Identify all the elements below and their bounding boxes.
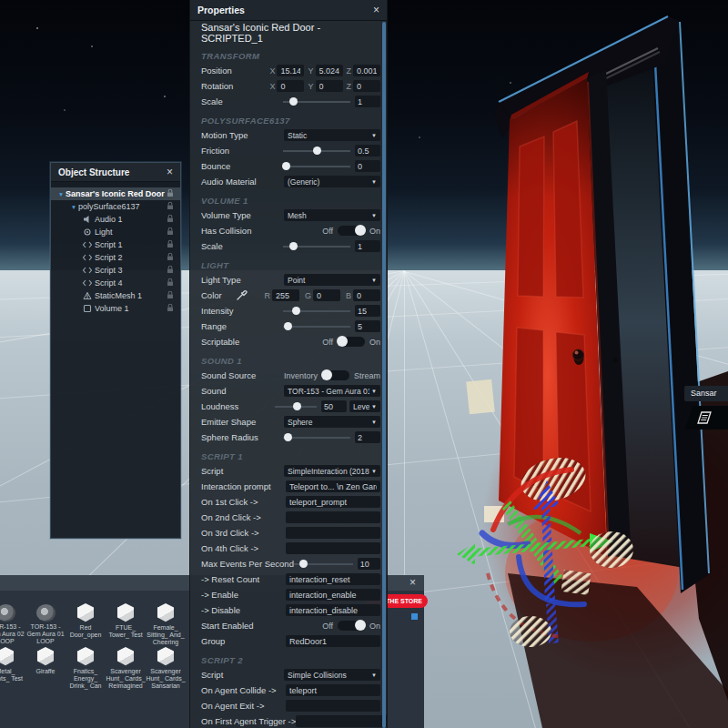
sansar-editor: Sansar × THE STORE TOR-153 - Gem Aura 02… (0, 0, 728, 728)
properties-panel: Properties × Sansar's Iconic Red Door - … (189, 0, 388, 728)
script1-dropdown[interactable]: SimpleInteraction (2018-10...▼ (284, 465, 380, 477)
volume-scale-value[interactable]: 1 (355, 240, 380, 252)
loudness-unit-dropdown[interactable]: Level▼ (349, 400, 380, 412)
color-g-field[interactable] (313, 289, 340, 301)
friction-slider[interactable] (283, 145, 350, 157)
inventory-item[interactable]: TOR-153 - Gem Aura 02 LOOP (0, 602, 25, 646)
properties-scrollbar[interactable] (382, 22, 386, 728)
audio-material-dropdown[interactable]: (Generic)▼ (284, 176, 380, 187)
inventory-close-icon[interactable]: × (410, 577, 416, 588)
inventory-item[interactable]: Red Door_open (66, 602, 106, 646)
inventory-item[interactable]: Female_ Sitting_ And_ Cheering (146, 602, 186, 646)
inventory-item[interactable]: Scavenger Hunt_ Cards_ Reimagined (106, 646, 146, 690)
scale-value[interactable]: 1 (355, 96, 380, 107)
tree-item[interactable]: Script 1 (51, 238, 180, 251)
color-r-field[interactable] (272, 289, 299, 301)
sphere-radius-slider[interactable] (283, 431, 350, 443)
max-events-slider[interactable] (294, 558, 353, 570)
sound-dropdown[interactable]: TOR-153 - Gem Aura 01 LOOP▼ (284, 385, 380, 397)
position-z-field[interactable] (353, 65, 380, 76)
tree-item-root[interactable]: ▼ Sansar's Iconic Red Door - SCR... (51, 187, 180, 200)
on-2nd-click-field[interactable] (286, 511, 380, 523)
volume-scale-slider[interactable] (283, 240, 350, 252)
tree-item[interactable]: Audio 1 (51, 213, 180, 226)
lock-icon[interactable] (166, 201, 175, 212)
inventory-item[interactable]: Fnatics_ Energy_ Drink_ Can (66, 646, 106, 690)
close-icon[interactable]: × (167, 167, 173, 177)
on-agent-exit-field[interactable] (286, 700, 380, 712)
tree-item[interactable]: Script 2 (51, 251, 180, 264)
object-structure-titlebar[interactable]: Object Structure × (51, 163, 180, 182)
row-scriptable: Scriptable Off On (190, 334, 387, 349)
script2-dropdown[interactable]: Simple Collisions▼ (284, 669, 380, 681)
inventory-item[interactable]: Scavenger Hunt_ Cards_ Sansarian (146, 646, 186, 690)
bounce-value[interactable]: 0 (355, 160, 380, 172)
loudness-value[interactable]: 50 (321, 400, 347, 412)
emitter-shape-dropdown[interactable]: Sphere▼ (284, 416, 380, 428)
scale-slider[interactable] (283, 96, 350, 107)
tree-item[interactable]: StaticMesh 1 (51, 289, 180, 302)
inventory-item[interactable]: TOR-153 - Gem Aura 01 LOOP (25, 602, 66, 646)
chevron-down-icon[interactable]: ▼ (56, 191, 66, 197)
max-events-value[interactable]: 10 (358, 558, 380, 570)
sound-source-toggle[interactable] (322, 370, 349, 380)
intensity-slider[interactable] (283, 305, 350, 317)
properties-titlebar[interactable]: Properties × (190, 0, 387, 21)
row-sphere-radius: Sphere Radius 2 (190, 430, 387, 445)
tree-item[interactable]: ▼ polySurface6137 (51, 200, 180, 213)
friction-value[interactable]: 0.5 (355, 145, 380, 157)
lock-icon[interactable] (166, 239, 175, 250)
lock-icon[interactable] (166, 188, 175, 199)
motion-type-dropdown[interactable]: Static▼ (284, 129, 380, 141)
start-enabled-toggle[interactable] (338, 621, 365, 631)
on-3rd-click-field[interactable] (286, 527, 380, 539)
on-first-agent-trigger-field[interactable] (296, 715, 388, 727)
interaction-prompt-field[interactable] (286, 480, 380, 492)
row-bounce: Bounce 0 (190, 158, 387, 174)
light-type-dropdown[interactable]: Point▼ (284, 274, 380, 286)
inventory-item[interactable]: FTUE_ Tower_ Test (106, 602, 146, 646)
lock-icon[interactable] (166, 252, 175, 263)
inventory-item[interactable]: Giraffe (25, 646, 66, 690)
on-4th-click-field[interactable] (286, 542, 380, 554)
rotation-y-field[interactable] (316, 80, 343, 92)
close-icon[interactable]: × (373, 5, 379, 15)
script-icon (82, 253, 93, 262)
reset-count-field[interactable] (286, 573, 380, 585)
on-agent-collide-field[interactable] (286, 684, 380, 696)
tree-item[interactable]: Volume 1 (51, 302, 180, 315)
position-y-field[interactable] (316, 65, 343, 76)
eyedropper-icon[interactable] (237, 288, 248, 304)
chevron-down-icon[interactable]: ▼ (69, 204, 78, 210)
intensity-value[interactable]: 15 (355, 305, 380, 317)
position-x-field[interactable] (277, 65, 304, 76)
enable-field[interactable] (286, 589, 380, 601)
rotation-z-field[interactable] (353, 80, 380, 92)
tree-item[interactable]: Script 3 (51, 264, 180, 277)
sphere-radius-value[interactable]: 2 (355, 431, 380, 443)
has-collision-toggle[interactable] (338, 226, 365, 236)
range-slider[interactable] (283, 320, 350, 332)
rotation-x-field[interactable] (277, 80, 304, 92)
lock-icon[interactable] (166, 278, 175, 288)
lock-icon[interactable] (166, 214, 175, 225)
range-value[interactable]: 5 (355, 320, 380, 332)
lock-icon[interactable] (166, 303, 175, 314)
lock-icon[interactable] (166, 290, 175, 301)
loudness-slider[interactable] (275, 400, 317, 412)
lock-icon[interactable] (166, 265, 175, 276)
inventory-item[interactable]: Metal_ Plants_ Test (0, 646, 25, 690)
scriptable-toggle[interactable] (338, 337, 365, 347)
group-field[interactable] (286, 635, 380, 647)
object-title: Sansar's Iconic Red Door - SCRIPTED_1 (190, 21, 387, 45)
row-light-type: Light Type Point▼ (190, 272, 387, 288)
lock-icon[interactable] (166, 227, 175, 238)
tree-item[interactable]: Light (51, 226, 180, 238)
disable-field[interactable] (286, 604, 380, 616)
row-click3: On 3rd Click -> (190, 525, 387, 541)
bounce-slider[interactable] (283, 160, 350, 172)
volume-type-dropdown[interactable]: Mesh▼ (284, 209, 380, 221)
color-b-field[interactable] (353, 289, 380, 301)
on-1st-click-field[interactable] (286, 496, 380, 508)
tree-item[interactable]: Script 4 (51, 277, 180, 289)
